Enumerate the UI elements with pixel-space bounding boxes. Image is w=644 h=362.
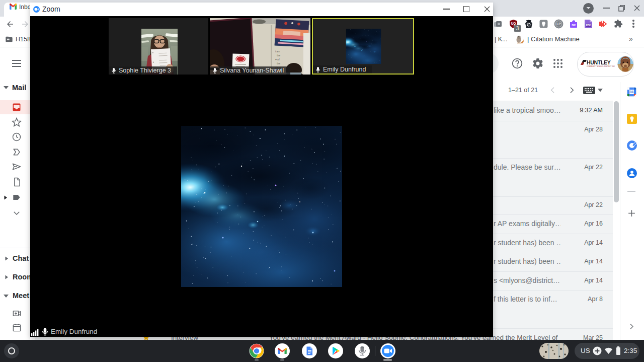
svg-text:the: the xyxy=(277,54,280,57)
svg-text:LP: LP xyxy=(556,22,561,26)
svg-text:i am: i am xyxy=(275,50,280,53)
svg-text:rw: rw xyxy=(572,23,576,27)
svg-text:the: the xyxy=(277,62,280,65)
svg-text:COMMUNITY SCHOOL DISTRICT 158: COMMUNITY SCHOOL DISTRICT 158 xyxy=(587,65,615,67)
svg-text:♥ of: ♥ of xyxy=(275,58,280,61)
svg-text:HUNTLEY: HUNTLEY xyxy=(587,59,611,65)
svg-text:PDF: PDF xyxy=(586,24,591,27)
svg-text:31: 31 xyxy=(629,90,633,94)
